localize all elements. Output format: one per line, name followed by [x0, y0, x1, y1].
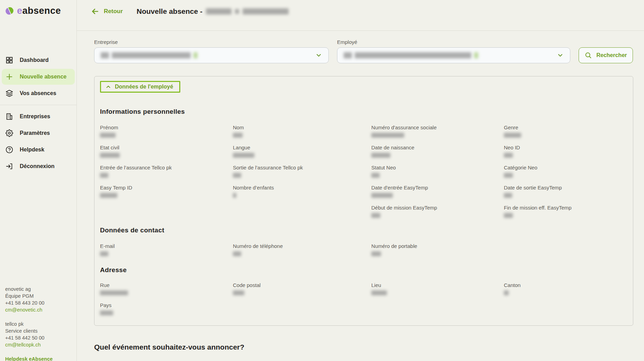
plus-icon — [5, 73, 13, 81]
redacted-value — [100, 193, 117, 198]
redacted-value — [504, 213, 513, 218]
field-date-entree-easytemp: Date d'entrée EasyTemp — [371, 185, 504, 198]
redacted-company-name — [112, 52, 191, 58]
filters-row: Entreprise — [94, 39, 634, 63]
redacted-value — [233, 251, 241, 256]
field-portable: Numéro de portable — [371, 243, 504, 256]
chevron-down-icon — [557, 52, 564, 59]
field-sortie-assurance: Sortie de l’assurance Tellco pk — [233, 165, 371, 178]
chevron-down-icon — [315, 52, 322, 59]
field-date-naissance: Date de naissance — [371, 145, 504, 158]
logout-icon — [5, 163, 13, 170]
search-button[interactable]: Rechercher — [579, 47, 633, 63]
redacted-subject-name — [206, 8, 232, 15]
employee-label: Employé — [337, 39, 570, 45]
field-langue: Langue — [233, 145, 371, 158]
org-email-link[interactable]: cm@enovetic.ch — [5, 307, 42, 313]
redacted-value — [100, 251, 108, 256]
sidebar-nav: Dashboard Nouvelle absence Vos absences — [0, 52, 76, 174]
sidebar: eabsence Dashboard Nouvelle absen — [0, 0, 77, 361]
redacted-employee-name — [355, 52, 471, 58]
back-arrow-icon — [91, 7, 100, 16]
field-categorie-neo: Catégorie Neo — [504, 165, 627, 178]
field-prenom: Prénom — [100, 124, 233, 138]
event-question-heading: Quel événement souhaitez-vous annoncer? — [94, 343, 634, 351]
redacted-value — [504, 290, 509, 295]
field-date-sortie-easytemp: Date de sortie EasyTemp — [504, 185, 627, 198]
sidebar-item-deconnexion[interactable]: Déconnexion — [2, 158, 75, 174]
section-title-personal: Informations personnelles — [100, 108, 627, 115]
redacted-value — [233, 290, 244, 295]
helpdesk-eabsence-link[interactable]: Helpdesk eAbsence — [5, 355, 53, 361]
redacted-value — [371, 213, 380, 218]
sidebar-item-nouvelle-absence[interactable]: Nouvelle absence — [2, 69, 75, 85]
employee-data-toggle[interactable]: Données de l'employé — [100, 81, 180, 93]
field-email: E-mail — [100, 243, 233, 256]
sidebar-item-vos-absences[interactable]: Vos absences — [2, 85, 75, 101]
redacted-value — [233, 153, 254, 158]
field-canton: Canton — [504, 282, 627, 295]
app-screen: eabsence Dashboard Nouvelle absen — [0, 0, 644, 361]
empty-cell — [233, 205, 371, 218]
redacted-value — [371, 133, 404, 138]
field-debut-mission: Début de mission EasyTemp — [371, 205, 504, 218]
company-field: Entreprise — [94, 39, 329, 63]
redacted-value — [504, 173, 513, 178]
contact-grid: E-mail Numéro de téléphone Numéro de por… — [100, 243, 627, 256]
redacted-employee-icon — [344, 52, 352, 58]
company-select[interactable] — [94, 47, 329, 63]
field-easy-temp-id: Easy Temp ID — [100, 185, 233, 198]
address-grid: Rue Code postal Lieu Canton — [100, 282, 627, 315]
field-statut-neo: Statut Neo — [371, 165, 504, 178]
sidebar-item-label: Nouvelle absence — [20, 74, 66, 80]
employee-select[interactable] — [337, 47, 570, 63]
sidebar-footer: enovetic ag Équipe PGM +41 58 443 20 00 … — [5, 286, 53, 361]
back-button[interactable]: Retour — [91, 7, 123, 16]
personal-grid: Prénom Nom Numéro d'assurance sociale Ge… — [100, 124, 627, 218]
redacted-value — [100, 290, 128, 295]
field-code-postal: Code postal — [233, 282, 371, 295]
topbar: Retour Nouvelle absence - — [77, 0, 644, 31]
gear-icon — [5, 129, 13, 137]
field-fin-mission: Fin de mission eff. EasyTemp — [504, 205, 627, 218]
org-phone: +41 58 443 20 00 — [5, 299, 53, 306]
field-telephone: Numéro de téléphone — [233, 243, 371, 256]
company-selected-value — [101, 52, 315, 58]
field-pays: Pays — [100, 302, 233, 315]
redacted-subject-id — [243, 8, 289, 15]
app-logo[interactable]: eabsence — [0, 0, 76, 16]
sidebar-item-label: Vos absences — [20, 90, 56, 96]
field-rue: Rue — [100, 282, 233, 295]
content: Entreprise — [77, 31, 644, 351]
employee-selected-value — [344, 52, 557, 58]
redacted-separator — [235, 9, 239, 14]
redacted-value — [371, 193, 393, 198]
redacted-value — [371, 153, 390, 158]
field-lieu: Lieu — [371, 282, 504, 295]
redacted-value — [100, 133, 116, 138]
sidebar-item-helpdesk[interactable]: Helpdesk — [2, 142, 75, 158]
logo-mark-icon — [5, 7, 14, 15]
redacted-value — [371, 251, 381, 256]
sidebar-item-entreprises[interactable]: Entreprises — [2, 109, 75, 124]
field-numero-assurance: Numéro d'assurance sociale — [371, 124, 504, 138]
redacted-value — [504, 153, 513, 158]
sidebar-divider — [0, 105, 76, 105]
field-nombre-enfants: Nombre d’enfants — [233, 185, 371, 198]
page-title: Nouvelle absence - — [137, 7, 289, 16]
sidebar-item-parametres[interactable]: Paramètres — [2, 125, 75, 141]
help-circle-icon — [5, 146, 13, 154]
redacted-value — [504, 193, 512, 198]
footer-tellco: tellco pk Service clients +41 58 442 50 … — [5, 321, 53, 348]
field-genre: Genre — [504, 124, 627, 138]
sidebar-item-label: Paramètres — [20, 130, 50, 136]
org-team: Équipe PGM — [5, 293, 53, 299]
section-title-contact: Données de contact — [100, 226, 627, 234]
redacted-value — [504, 133, 521, 138]
org-email-link[interactable]: cm@tellcopk.ch — [5, 342, 41, 348]
footer-enovetic: enovetic ag Équipe PGM +41 58 443 20 00 … — [5, 286, 53, 313]
sidebar-item-dashboard[interactable]: Dashboard — [2, 52, 75, 68]
redacted-value — [371, 290, 387, 295]
redacted-company-icon — [101, 52, 109, 58]
org-name: tellco pk — [5, 321, 53, 327]
